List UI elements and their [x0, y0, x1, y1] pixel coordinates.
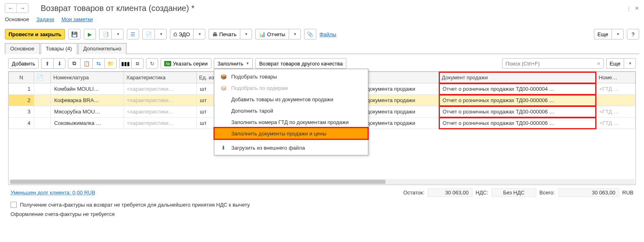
doc-links-button[interactable]: 📄: [142, 29, 154, 39]
paste-icon: 📋: [83, 61, 90, 67]
col-n[interactable]: N: [9, 72, 34, 83]
doc-icon: 📄: [146, 31, 152, 37]
chevron-down-icon: ▼: [293, 32, 297, 36]
edo-icon: ⎙: [174, 31, 177, 37]
invoice-note: Оформление счета-фактуры не требуется: [5, 209, 639, 219]
col-mark[interactable]: 📄: [34, 72, 51, 83]
more-button[interactable]: Еще: [594, 29, 611, 39]
nav-tasks[interactable]: Задачи: [37, 16, 54, 23]
vat-mode: Без НДС: [492, 188, 536, 197]
refresh-icon: ↻: [150, 61, 154, 67]
col-char[interactable]: Характеристика: [124, 72, 196, 83]
attach-button[interactable]: 📎: [304, 29, 316, 39]
menu-add-from-docs[interactable]: Добавить товары из документов продажи: [214, 94, 368, 105]
chevron-down-icon: ▼: [116, 32, 120, 36]
col-sale-doc[interactable]: Документ продажи: [439, 72, 596, 83]
search-field[interactable]: ×: [502, 58, 604, 69]
save-icon: 💾: [71, 31, 78, 37]
return-other-quality-button[interactable]: Возврат товаров другого качества: [255, 58, 346, 69]
post-button[interactable]: ▶: [84, 29, 96, 39]
menu-add-tare[interactable]: Дополнить тарой: [214, 105, 368, 116]
menu-load-external[interactable]: ⬇Загрузить из внешнего файла: [214, 141, 368, 153]
create-based-button[interactable]: 📑: [99, 29, 111, 39]
share-button[interactable]: ⇆: [92, 58, 104, 69]
refresh-button[interactable]: ↻: [146, 58, 158, 69]
tab-goods[interactable]: Товары (4): [41, 43, 77, 54]
arrow-up-icon: ⬆: [45, 61, 50, 67]
folder-icon: 📁: [107, 61, 114, 67]
chevron-down-icon: ▼: [159, 32, 163, 36]
copy-button[interactable]: ⧉: [68, 58, 80, 69]
balance-label: Остаток:: [403, 190, 424, 196]
chevron-down-icon: ▼: [198, 32, 202, 36]
reports-icon: 📊: [259, 31, 265, 37]
tab-extra[interactable]: Дополнительно: [78, 43, 127, 54]
create-based-dd[interactable]: ▼: [111, 29, 124, 39]
list-icon: ☰: [131, 31, 135, 37]
paste-button[interactable]: 📋: [80, 58, 92, 69]
balance-value: 30 063,00: [428, 188, 472, 197]
nav-forward-button[interactable]: →: [17, 4, 28, 13]
save-button[interactable]: 💾: [68, 29, 80, 39]
paperclip-icon: 📎: [307, 31, 313, 37]
kebab-menu-icon[interactable]: ⋮: [626, 5, 631, 11]
add-row-button[interactable]: Добавить: [8, 58, 39, 69]
arrow-right-icon: →: [20, 5, 25, 11]
folder-button[interactable]: 📁: [104, 58, 117, 69]
edo-dd[interactable]: ▼: [193, 29, 205, 39]
search-input[interactable]: [503, 61, 594, 67]
reports-button[interactable]: 📊Отчеты: [255, 29, 289, 39]
scan-icon: ⧈: [136, 60, 139, 67]
scan-button[interactable]: ⧈: [131, 58, 144, 69]
fill-button[interactable]: Заполнить▼: [214, 58, 253, 69]
list-button[interactable]: ☰: [127, 29, 139, 39]
post-close-button[interactable]: Провести и закрыть: [5, 29, 65, 39]
barcode-icon: ▮▮▮: [121, 61, 130, 67]
edo-button[interactable]: ⎙ЭДО: [170, 29, 193, 39]
import-icon: ⬇: [220, 144, 227, 151]
chevron-down-icon: ▼: [616, 32, 620, 36]
series-button[interactable]: №Указать серии: [161, 58, 211, 69]
chevron-down-icon: ▼: [629, 61, 632, 65]
files-link[interactable]: Файлы: [320, 31, 336, 37]
nav-back-button[interactable]: ←: [5, 4, 17, 13]
currency-label: RUB: [622, 190, 633, 196]
doc-create-icon: 📑: [102, 31, 109, 37]
box-icon: 📦: [220, 73, 227, 80]
more-dd[interactable]: ▼: [611, 29, 624, 39]
menu-pick-goods[interactable]: 📦Подобрать товары: [214, 71, 368, 82]
search-clear-icon[interactable]: ×: [594, 61, 603, 67]
nav-notes[interactable]: Мои заметки: [61, 16, 93, 23]
inner-more-button[interactable]: Еще: [606, 58, 624, 69]
nav-main[interactable]: Основное: [5, 16, 29, 23]
invoice-checkbox[interactable]: [11, 202, 17, 208]
col-nomen[interactable]: Номенклатура: [51, 72, 124, 83]
sheet-icon: 📄: [37, 74, 43, 81]
menu-pick-orders: 📦Подобрать по ордерам: [214, 82, 368, 94]
doc-links-dd[interactable]: ▼: [154, 29, 167, 39]
debt-link[interactable]: Уменьшен долг клиента: 0,00 RUB: [11, 190, 95, 196]
printer-icon: 🖶: [212, 31, 218, 37]
col-nome2[interactable]: Номе…: [596, 72, 635, 83]
h-scrollbar[interactable]: [9, 179, 635, 185]
menu-fill-docs-prices[interactable]: Заполнить документы продажи и цены: [214, 128, 368, 139]
post-icon: ▶: [88, 31, 92, 37]
inner-more-dd[interactable]: ▼: [624, 58, 636, 69]
help-button[interactable]: ?: [627, 29, 639, 39]
barcode-button[interactable]: ▮▮▮: [119, 58, 131, 69]
menu-fill-gtd[interactable]: Заполнить номера ГТД по документам прода…: [214, 116, 368, 128]
tab-main[interactable]: Основное: [5, 43, 40, 54]
print-dd[interactable]: ▼: [240, 29, 252, 39]
scroll-thumb[interactable]: [10, 180, 385, 184]
close-icon[interactable]: ✕: [635, 5, 639, 11]
move-up-button[interactable]: ⬆: [41, 58, 53, 69]
vat-label: НДС:: [476, 190, 488, 196]
move-down-button[interactable]: ⬇: [53, 58, 65, 69]
fill-dropdown-menu: 📦Подобрать товары 📦Подобрать по ордерам …: [214, 69, 368, 155]
arrow-down-icon: ⬇: [57, 61, 62, 67]
box-faded-icon: 📦: [220, 85, 227, 91]
total-label: Всего:: [540, 190, 555, 196]
print-button[interactable]: 🖶Печать: [209, 29, 240, 39]
reports-dd[interactable]: ▼: [289, 29, 301, 39]
chevron-down-icon: ▼: [244, 32, 248, 36]
